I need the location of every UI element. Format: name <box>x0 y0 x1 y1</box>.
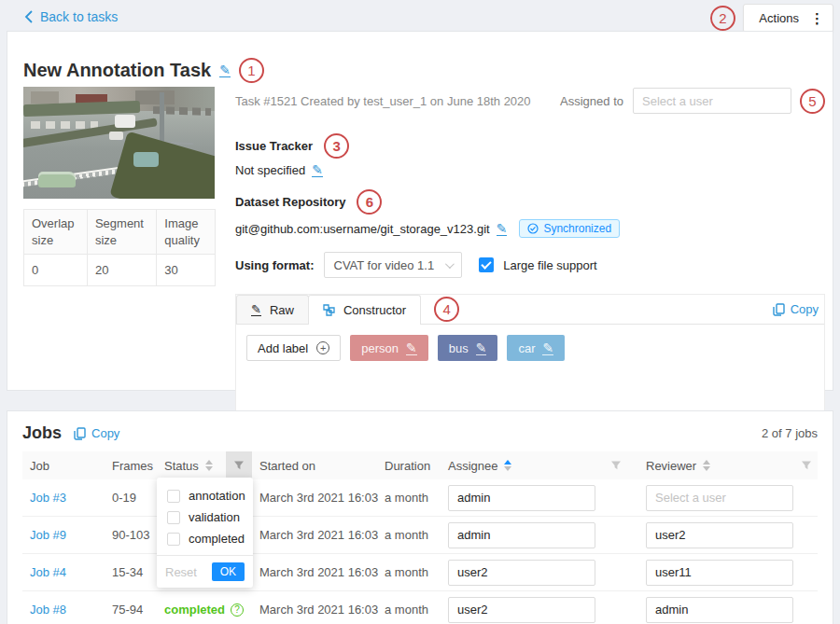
duration-value: a month <box>377 565 441 579</box>
chevron-left-icon <box>24 10 33 23</box>
edit-title-icon[interactable]: ✎ <box>219 63 231 77</box>
col-frames: Frames <box>112 459 153 473</box>
export-format-value: CVAT for video 1.1 <box>334 258 435 272</box>
label-chip-car[interactable]: car ✎ <box>507 335 565 361</box>
tab-constructor-label: Constructor <box>343 303 406 317</box>
jobs-title: Jobs <box>22 423 62 443</box>
duration-value: a month <box>377 603 441 617</box>
checkbox-validation[interactable] <box>167 511 180 524</box>
large-file-support-checkbox[interactable] <box>479 257 494 272</box>
more-vertical-icon: ⋮ <box>810 10 823 27</box>
dataset-repository-label: Dataset Repository <box>235 195 345 209</box>
reviewer-input[interactable] <box>646 485 793 511</box>
status-filter-button[interactable] <box>226 451 252 479</box>
col-duration: Duration <box>385 459 430 473</box>
filter-funnel-icon <box>233 460 245 471</box>
checkbox-completed[interactable] <box>167 533 180 546</box>
assignee-input[interactable] <box>448 560 595 586</box>
sync-status-label: Synchronized <box>543 222 611 235</box>
label-person-name: person <box>361 341 399 355</box>
assignee-select-input[interactable] <box>633 88 791 114</box>
table-row: Job #8 75-94 completed ? March 3rd 2021 … <box>22 591 818 624</box>
assignee-input[interactable] <box>448 522 595 548</box>
sync-status-badge: Synchronized <box>519 219 620 238</box>
labels-copy-link[interactable]: Copy <box>773 295 824 324</box>
jobs-table-header: Job Frames Status Started on Duration As… <box>22 451 818 479</box>
pencil-icon: ✎ <box>251 303 261 316</box>
annotation-circle-2: 2 <box>710 6 735 31</box>
filter-funnel-icon <box>610 460 622 471</box>
jobs-copy-label: Copy <box>91 426 119 440</box>
assignee-filter-button[interactable] <box>594 451 638 479</box>
reviewer-input[interactable] <box>646 522 793 548</box>
filter-ok-button[interactable]: OK <box>212 562 245 581</box>
reviewer-input[interactable] <box>646 560 793 586</box>
preview-building-gray <box>31 91 59 104</box>
reviewer-sorter[interactable] <box>703 460 710 471</box>
table-row: Job #3 0-19 March 3rd 2021 16:03 a month <box>22 479 818 517</box>
frames-value: 0-19 <box>105 491 157 505</box>
annotation-circle-5: 5 <box>800 89 825 114</box>
job-link[interactable]: Job #3 <box>30 491 66 505</box>
edit-issue-tracker-icon[interactable]: ✎ <box>312 163 323 177</box>
preview-car-white <box>109 132 123 140</box>
param-header-segment: Segment size <box>87 210 156 255</box>
filter-option-annotation-label: annotation <box>189 489 245 503</box>
preview-car-green <box>38 172 76 187</box>
preview-hedge <box>109 132 215 199</box>
filter-option-validation[interactable]: validation <box>157 506 253 528</box>
edit-label-icon[interactable]: ✎ <box>542 341 553 355</box>
col-job: Job <box>30 459 49 473</box>
checkbox-annotation[interactable] <box>167 490 180 503</box>
col-status: Status <box>164 459 199 473</box>
filter-reset-button[interactable]: Reset <box>165 565 197 579</box>
question-circle-icon[interactable]: ? <box>231 603 244 617</box>
job-link[interactable]: Job #4 <box>30 565 66 579</box>
tab-raw[interactable]: ✎ Raw <box>236 295 309 324</box>
started-on-value: March 3rd 2021 16:03 <box>252 603 377 617</box>
tab-constructor[interactable]: Constructor <box>308 295 421 324</box>
param-value-quality: 30 <box>157 255 216 286</box>
started-on-value: March 3rd 2021 16:03 <box>252 565 377 579</box>
assignee-input[interactable] <box>448 485 595 511</box>
annotation-circle-6: 6 <box>357 189 382 215</box>
filter-funnel-icon <box>801 460 812 471</box>
param-header-quality: Image quality <box>157 210 216 255</box>
filter-option-completed[interactable]: completed <box>157 528 253 549</box>
export-format-select[interactable]: CVAT for video 1.1 <box>324 252 463 278</box>
job-link[interactable]: Job #9 <box>30 528 66 542</box>
build-blocks-icon <box>323 304 335 316</box>
labels-editor: ✎ Raw Constructor 4 Copy <box>235 294 825 423</box>
back-to-tasks-link[interactable]: Back to tasks <box>24 9 118 24</box>
param-value-segment: 20 <box>87 255 156 286</box>
edit-label-icon[interactable]: ✎ <box>476 341 487 355</box>
job-link[interactable]: Job #8 <box>30 603 66 617</box>
param-value-overlap: 0 <box>24 255 88 286</box>
col-reviewer: Reviewer <box>646 459 696 473</box>
add-label-text: Add label <box>258 341 308 355</box>
table-row: Job #4 15-34 March 3rd 2021 16:03 a mont… <box>22 554 818 591</box>
add-label-button[interactable]: Add label + <box>246 335 341 361</box>
status-value: completed <box>164 603 225 617</box>
reviewer-input[interactable] <box>646 597 793 623</box>
filter-option-completed-label: completed <box>189 532 245 546</box>
reviewer-filter-button[interactable] <box>795 451 818 479</box>
jobs-copy-link[interactable]: Copy <box>74 426 119 440</box>
actions-button[interactable]: Actions ⋮ <box>743 4 833 33</box>
status-sorter[interactable] <box>205 460 213 471</box>
edit-label-icon[interactable]: ✎ <box>406 341 417 355</box>
filter-option-annotation[interactable]: annotation <box>157 485 253 506</box>
preview-building-dark <box>135 90 175 104</box>
assignee-input[interactable] <box>448 597 595 623</box>
labels-tab-bar: ✎ Raw Constructor 4 Copy <box>236 295 824 325</box>
assignee-sorter[interactable] <box>504 460 511 471</box>
annotation-circle-3: 3 <box>324 133 349 159</box>
label-chip-bus[interactable]: bus ✎ <box>438 335 498 361</box>
preview-van-white <box>115 115 135 128</box>
status-filter-dropdown: annotation validation completed Reset OK <box>157 478 253 588</box>
label-chip-person[interactable]: person ✎ <box>350 335 427 361</box>
filter-option-validation-label: validation <box>189 510 240 524</box>
task-title: New Annotation Task <box>23 60 211 81</box>
edit-repository-icon[interactable]: ✎ <box>497 222 508 236</box>
back-to-tasks-label: Back to tasks <box>40 9 118 24</box>
